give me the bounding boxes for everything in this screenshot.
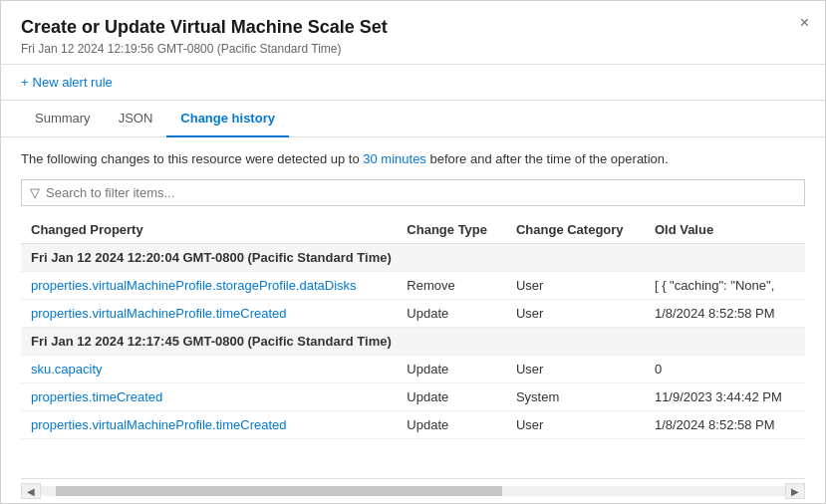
property-link[interactable]: sku.capacity	[21, 355, 397, 382]
table-container: Changed Property Change Type Change Cate…	[21, 216, 805, 479]
close-button[interactable]: ×	[800, 15, 809, 31]
dialog-title: Create or Update Virtual Machine Scale S…	[21, 17, 805, 38]
filter-icon: ▽	[30, 185, 40, 200]
scroll-thumb[interactable]	[56, 486, 502, 496]
change-type-cell: Update	[397, 299, 506, 327]
main-content: The following changes to this resource w…	[1, 137, 825, 503]
change-type-cell: Update	[397, 355, 506, 382]
toolbar: + New alert rule	[1, 65, 825, 101]
search-input[interactable]	[46, 185, 796, 200]
info-after: before and after the time of the operati…	[426, 151, 669, 166]
info-highlight: 30 minutes	[363, 151, 426, 166]
tab-bar: Summary JSON Change history	[1, 101, 825, 137]
old-value-cell: 1/8/2024 8:52:58 PM	[645, 299, 805, 327]
col-change-category: Change Category	[506, 216, 645, 244]
col-changed-property: Changed Property	[21, 216, 397, 244]
search-bar: ▽	[21, 179, 805, 206]
change-type-cell: Remove	[397, 271, 506, 299]
change-type-cell: Update	[397, 410, 506, 438]
property-link[interactable]: properties.virtualMachineProfile.timeCre…	[21, 410, 397, 438]
col-change-type: Change Type	[397, 216, 506, 244]
change-category-cell: System	[506, 382, 645, 410]
change-category-cell: User	[506, 410, 645, 438]
change-category-cell: User	[506, 271, 645, 299]
table-row: properties.virtualMachineProfile.timeCre…	[21, 410, 805, 438]
info-text: The following changes to this resource w…	[21, 149, 805, 169]
col-old-value: Old Value	[645, 216, 805, 244]
table-header-row: Changed Property Change Type Change Cate…	[21, 216, 805, 244]
change-category-cell: User	[506, 355, 645, 382]
new-alert-label: New alert rule	[33, 75, 113, 90]
change-category-cell: User	[506, 299, 645, 327]
table-row: properties.virtualMachineProfile.timeCre…	[21, 299, 805, 327]
table-body: Fri Jan 12 2024 12:20:04 GMT-0800 (Pacif…	[21, 243, 805, 438]
change-type-cell: Update	[397, 382, 506, 410]
group-row: Fri Jan 12 2024 12:20:04 GMT-0800 (Pacif…	[21, 243, 805, 271]
scroll-track[interactable]	[41, 486, 785, 496]
old-value-cell: 11/9/2023 3:44:42 PM	[645, 382, 805, 410]
dialog: Create or Update Virtual Machine Scale S…	[1, 1, 825, 503]
tab-change-history[interactable]: Change history	[166, 101, 289, 137]
table-row: properties.timeCreatedUpdateSystem11/9/2…	[21, 382, 805, 410]
dialog-subtitle: Fri Jan 12 2024 12:19:56 GMT-0800 (Pacif…	[21, 42, 805, 56]
old-value-cell: 0	[645, 355, 805, 382]
property-link[interactable]: properties.virtualMachineProfile.timeCre…	[21, 299, 397, 327]
group-label: Fri Jan 12 2024 12:20:04 GMT-0800 (Pacif…	[21, 243, 805, 271]
info-before: The following changes to this resource w…	[21, 151, 363, 166]
dialog-header: Create or Update Virtual Machine Scale S…	[1, 1, 825, 65]
old-value-cell: [ { "caching": "None",	[645, 271, 805, 299]
horizontal-scrollbar[interactable]: ◀ ▶	[21, 478, 805, 503]
old-value-cell: 1/8/2024 8:52:58 PM	[645, 410, 805, 438]
property-link[interactable]: properties.virtualMachineProfile.storage…	[21, 271, 397, 299]
table-row: properties.virtualMachineProfile.storage…	[21, 271, 805, 299]
group-label: Fri Jan 12 2024 12:17:45 GMT-0800 (Pacif…	[21, 327, 805, 355]
plus-icon: +	[21, 75, 29, 90]
group-row: Fri Jan 12 2024 12:17:45 GMT-0800 (Pacif…	[21, 327, 805, 355]
tab-summary[interactable]: Summary	[21, 101, 105, 137]
scroll-right-arrow[interactable]: ▶	[785, 483, 805, 499]
scroll-left-arrow[interactable]: ◀	[21, 483, 41, 499]
tab-json[interactable]: JSON	[105, 101, 167, 137]
new-alert-rule-button[interactable]: + New alert rule	[21, 75, 113, 90]
change-history-table: Changed Property Change Type Change Cate…	[21, 216, 805, 439]
table-row: sku.capacityUpdateUser0	[21, 355, 805, 382]
property-link[interactable]: properties.timeCreated	[21, 382, 397, 410]
